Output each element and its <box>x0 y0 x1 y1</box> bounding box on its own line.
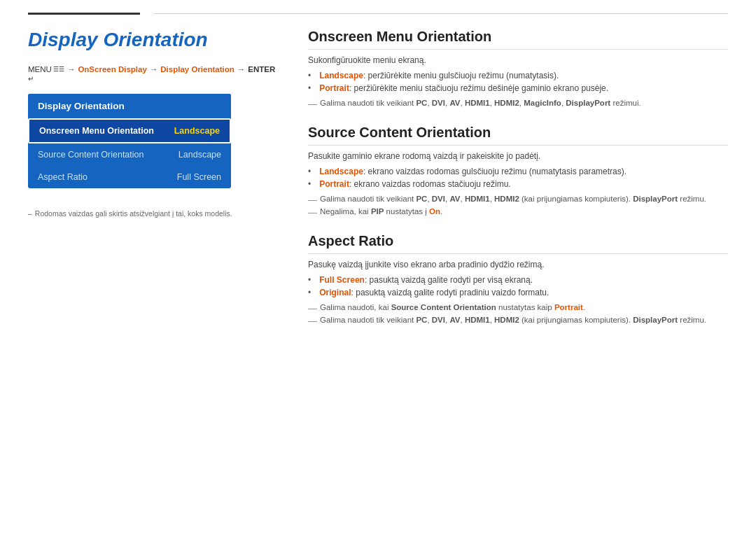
menu-icon: ☰☰ <box>53 66 64 73</box>
menu-item-source-value: Landscape <box>178 150 221 160</box>
display-orientation-link: Display Orientation <box>160 65 234 73</box>
menu-item-onscreen-label: Onscreen Menu Orientation <box>39 126 154 136</box>
fullscreen-text: : pasuktą vaizdą galite rodyti per visą … <box>365 275 533 285</box>
menu-item-source-label: Source Content Orientation <box>38 150 144 160</box>
top-bar <box>0 0 756 15</box>
note-source-text-1: Galima naudoti tik veikiant PC, DVI, AV,… <box>320 195 706 203</box>
section-source: Source Content Orientation Pasukite gami… <box>308 125 728 218</box>
left-accent-line <box>28 13 140 15</box>
right-panel: Onscreen Menu Orientation Sukonfigūruoki… <box>308 29 728 342</box>
note-text: Rodomas vaizdas gali skirtis atsižvelgia… <box>35 209 232 218</box>
section-source-bullets: Landscape: ekrano vaizdas rodomas gulsči… <box>308 167 728 189</box>
menu-box-header: Display Orientation <box>28 94 231 118</box>
section-source-intro: Pasukite gaminio ekrane rodomą vaizdą ir… <box>308 151 728 161</box>
section-aspect: Aspect Ratio Pasukę vaizdą įjunkite viso… <box>308 233 728 326</box>
onscreen-display-link: OnScreen Display <box>78 65 146 73</box>
menu-label: MENU <box>28 65 52 73</box>
left-panel: Display Orientation MENU☰☰ → OnScreen Di… <box>28 29 280 342</box>
note-source-1: — Galima naudoti tik veikiant PC, DVI, A… <box>308 195 728 205</box>
menu-item-onscreen-value: Landscape <box>174 126 220 136</box>
bullet-fullscreen: Full Screen: pasuktą vaizdą galite rodyt… <box>308 275 728 285</box>
menu-item-onscreen[interactable]: Onscreen Menu Orientation Landscape <box>28 118 231 143</box>
bullet-original: Original: pasuktą vaizdą galite rodyti p… <box>308 288 728 297</box>
fullscreen-highlight: Full Screen <box>319 275 365 285</box>
section-source-title: Source Content Orientation <box>308 125 728 146</box>
landscape-text-2: : ekrano vaizdas rodomas gulsčiuoju reži… <box>363 167 626 176</box>
note-onscreen-text-1: Galima naudoti tik veikiant PC, DVI, AV,… <box>320 99 641 107</box>
menu-item-aspect-label: Aspect Ratio <box>38 172 88 182</box>
note-source-text-2: Negalima, kai PIP nustatytas į On. <box>320 207 442 216</box>
note-aspect-1: — Galima naudoti, kai Source Content Ori… <box>308 303 728 314</box>
enter-icon: ↵ <box>28 75 34 83</box>
bullet-portrait-2: Portrait: ekrano vaizdas rodomas stačiuo… <box>308 179 728 189</box>
main-content: Display Orientation MENU☰☰ → OnScreen Di… <box>0 15 756 356</box>
menu-path: MENU☰☰ → OnScreen Display → Display Orie… <box>28 65 280 83</box>
section-aspect-title: Aspect Ratio <box>308 233 728 254</box>
landscape-text-1: : peržiūrėkite meniu gulsčiuoju režimu (… <box>363 71 559 80</box>
note-aspect-2: — Galima naudoti tik veikiant PC, DVI, A… <box>308 316 728 326</box>
note-dash: – <box>28 209 32 218</box>
landscape-highlight-1: Landscape <box>319 71 363 80</box>
menu-item-aspect[interactable]: Aspect Ratio Full Screen <box>28 166 231 188</box>
em-dash-2: — <box>308 207 317 218</box>
section-aspect-intro: Pasukę vaizdą įjunkite viso ekrano arba … <box>308 260 728 269</box>
landscape-highlight-2: Landscape <box>319 167 363 176</box>
em-dash: — <box>308 195 317 205</box>
note-onscreen-1: — Galima naudoti tik veikiant PC, DVI, A… <box>308 99 728 109</box>
arrow-3: → <box>237 65 246 73</box>
arrow-1: → <box>67 65 76 73</box>
note-source-2: — Negalima, kai PIP nustatytas į On. <box>308 207 728 218</box>
em-dash-3: — <box>308 303 317 314</box>
original-text: : pasuktą vaizdą galite rodyti pradiniu … <box>351 288 550 297</box>
em-dash-4: — <box>308 316 317 326</box>
page-title: Display Orientation <box>28 29 280 51</box>
right-divider-line <box>154 13 728 14</box>
menu-box: Display Orientation Onscreen Menu Orient… <box>28 94 231 188</box>
enter-label: ENTER <box>248 65 275 73</box>
portrait-text-1: : peržiūrėkite meniu stačiuoju režimu de… <box>349 83 608 93</box>
menu-item-source[interactable]: Source Content Orientation Landscape <box>28 143 231 166</box>
bullet-portrait-1: Portrait: peržiūrėkite meniu stačiuoju r… <box>308 83 728 93</box>
section-onscreen-intro: Sukonfigūruokite meniu ekraną. <box>308 55 728 65</box>
bullet-landscape-1: Landscape: peržiūrėkite meniu gulsčiuoju… <box>308 71 728 80</box>
portrait-highlight-2: Portrait <box>319 179 349 189</box>
note-aspect-text-1: Galima naudoti, kai Source Content Orien… <box>320 303 585 311</box>
original-highlight: Original <box>319 288 351 297</box>
em-dash: — <box>308 99 317 109</box>
arrow-2: → <box>150 65 158 73</box>
portrait-highlight-1: Portrait <box>319 83 349 93</box>
left-note: – Rodomas vaizdas gali skirtis atsižvelg… <box>28 209 280 218</box>
bullet-landscape-2: Landscape: ekrano vaizdas rodomas gulsči… <box>308 167 728 176</box>
section-onscreen-bullets: Landscape: peržiūrėkite meniu gulsčiuoju… <box>308 71 728 93</box>
section-onscreen-title: Onscreen Menu Orientation <box>308 29 728 50</box>
section-aspect-bullets: Full Screen: pasuktą vaizdą galite rodyt… <box>308 275 728 297</box>
menu-item-aspect-value: Full Screen <box>177 172 221 182</box>
note-aspect-text-2: Galima naudoti tik veikiant PC, DVI, AV,… <box>320 316 706 324</box>
portrait-text-2: : ekrano vaizdas rodomas stačiuoju režim… <box>349 179 511 189</box>
section-onscreen: Onscreen Menu Orientation Sukonfigūruoki… <box>308 29 728 109</box>
